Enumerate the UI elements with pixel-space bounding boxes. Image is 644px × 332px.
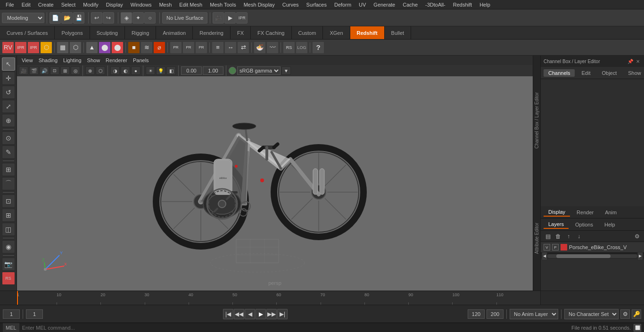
universal-tool-btn[interactable]: ⊕ — [2, 114, 15, 127]
rs-btn-4[interactable]: 🍜 — [254, 41, 266, 54]
rp-scrollbar[interactable]: ◀ ▶ — [541, 253, 644, 259]
vp-snap-btn[interactable]: ◎ — [71, 66, 80, 75]
shelf-btn-12[interactable]: ⌀ — [153, 41, 165, 54]
menu-deform[interactable]: Deform — [330, 0, 355, 9]
shelf-btn-5[interactable]: ▦ — [57, 41, 69, 54]
snap-to-grid-btn[interactable]: ⊞ — [2, 163, 15, 176]
play-forward-btn[interactable]: ▶ — [256, 309, 266, 319]
render-btn[interactable]: ▶ — [224, 12, 236, 24]
rp-tab-edit[interactable]: Edit — [577, 69, 595, 77]
layer-visibility-v[interactable]: V — [544, 244, 550, 251]
paint-btn[interactable]: ✎ — [2, 146, 15, 159]
viewport[interactable]: View Shading Lighting Show Renderer Pane… — [17, 56, 533, 291]
shelf-btn-6[interactable]: ⬡ — [69, 41, 82, 54]
rp-close-btn[interactable]: ✕ — [635, 58, 641, 65]
help-btn[interactable]: ? — [312, 41, 324, 54]
menu-generate[interactable]: Generate — [370, 0, 399, 9]
menu-mesh-tools[interactable]: Mesh Tools — [206, 0, 239, 9]
prev-keyframe-btn[interactable]: ◀◀ — [234, 309, 244, 319]
rp-scroll-thumb[interactable] — [556, 254, 611, 258]
no-live-surface-btn[interactable]: No Live Surface — [162, 12, 207, 24]
panels-menu[interactable]: Panels — [131, 57, 151, 63]
soft-select-btn[interactable]: ○ — [144, 12, 156, 24]
rp-pin-btn[interactable]: 📌 — [627, 58, 634, 65]
move-tool-btn[interactable]: ✛ — [2, 72, 15, 85]
mode-dropdown[interactable]: Modeling — [2, 13, 44, 23]
script-mode-indicator[interactable]: MEL — [3, 323, 19, 332]
tab-fx-caching[interactable]: FX Caching — [251, 26, 291, 39]
rp-tab-channels[interactable]: Channels — [544, 69, 575, 77]
char-set-add-btn[interactable]: ⚙ — [620, 309, 630, 319]
vp-color-btn[interactable] — [229, 67, 236, 74]
vp-grid-btn[interactable]: ⊞ — [60, 66, 70, 75]
rp-options-tab[interactable]: Options — [570, 221, 598, 228]
rotate-tool-btn[interactable]: ↺ — [2, 86, 15, 99]
rs-btn-5[interactable]: 〰 — [266, 41, 279, 54]
tab-curves-surfaces[interactable]: Curves / Surfaces — [0, 26, 55, 39]
layer-color-swatch[interactable] — [561, 244, 567, 251]
vp-extra-btn[interactable]: ▼ — [281, 66, 291, 75]
menu-edit-mesh[interactable]: Edit Mesh — [175, 0, 206, 9]
menu-mesh-display[interactable]: Mesh Display — [240, 0, 279, 9]
rp-tab-show[interactable]: Show — [623, 69, 644, 77]
shelf-btn-8[interactable]: ⬤ — [99, 41, 111, 54]
layer-add-btn[interactable]: ▤ — [544, 232, 552, 241]
tab-rendering[interactable]: Rendering — [193, 26, 231, 39]
attribute-editor-tab[interactable]: Attribute Editor — [533, 219, 540, 258]
tab-custom[interactable]: Custom — [292, 26, 323, 39]
select-mode-btn[interactable]: ◈ — [121, 12, 132, 24]
shelf-btn-3[interactable]: IPR — [27, 41, 40, 54]
lasso-tool-btn[interactable]: ⊙ — [2, 131, 15, 145]
tab-rigging[interactable]: Rigging — [125, 26, 156, 39]
current-frame-input[interactable] — [3, 309, 20, 319]
rp-render-tab[interactable]: Render — [572, 209, 598, 216]
new-button[interactable]: 📄 — [50, 12, 61, 24]
display-btn-1[interactable]: ⊡ — [2, 194, 15, 208]
vp-select-mask-btn[interactable]: ⊕ — [85, 66, 95, 75]
vp-shade3-btn[interactable]: ● — [131, 66, 140, 75]
rp-anim-tab[interactable]: Anim — [600, 209, 621, 216]
start-frame-input[interactable] — [26, 309, 43, 319]
rp-scroll-left[interactable]: ◀ — [542, 252, 547, 260]
vp-poly-btn[interactable]: ⬡ — [96, 66, 105, 75]
menu-file[interactable]: File — [2, 0, 18, 9]
tab-polygons[interactable]: Polygons — [55, 26, 90, 39]
rp-scroll-track[interactable] — [547, 254, 637, 258]
vp-light2-btn[interactable]: 💡 — [156, 66, 165, 75]
layer-visibility-p[interactable]: P — [552, 244, 559, 251]
undo-button[interactable]: ↩ — [91, 12, 102, 24]
select-tool-btn[interactable]: ↖ — [2, 57, 15, 71]
layer-del-btn[interactable]: 🗑 — [554, 232, 562, 241]
paint-select-btn[interactable]: ✦ — [132, 12, 144, 24]
menu-curves[interactable]: Curves — [279, 0, 303, 9]
command-input[interactable] — [22, 325, 569, 331]
rs-btn-7[interactable]: LOG — [296, 41, 308, 54]
coord-y-input[interactable] — [203, 66, 223, 75]
tab-redshift[interactable]: Redshift — [350, 26, 385, 39]
layer-down-btn[interactable]: ↓ — [575, 232, 583, 241]
layer-up-btn[interactable]: ↑ — [564, 232, 573, 241]
timeline-playhead[interactable] — [17, 291, 18, 305]
end-frame-input[interactable] — [468, 309, 485, 319]
camera-btn[interactable]: 🎥 — [213, 12, 224, 24]
scale-tool-btn[interactable]: ⤢ — [2, 100, 15, 113]
tab-bullet[interactable]: Bullet — [385, 26, 412, 39]
menu-edit[interactable]: Edit — [18, 0, 34, 9]
ipr-btn[interactable]: IPR — [236, 12, 248, 24]
menu-modify[interactable]: Modify — [79, 0, 102, 9]
range-end-input[interactable] — [487, 309, 504, 319]
char-set-dropdown[interactable]: No Character Set — [564, 309, 619, 319]
show-menu[interactable]: Show — [85, 57, 102, 63]
rs-btn-2[interactable]: ↔ — [224, 41, 237, 54]
vp-light1-btn[interactable]: ☀ — [146, 66, 155, 75]
pr-btn-1[interactable]: PR — [170, 41, 182, 54]
menu-windows[interactable]: Windows — [127, 0, 156, 9]
rs-btn-6[interactable]: RS — [283, 41, 295, 54]
menu-3dtall[interactable]: -3DtoAll- — [421, 0, 449, 9]
shelf-btn-11[interactable]: ≋ — [140, 41, 153, 54]
console-btn[interactable]: ⬜ — [634, 324, 641, 332]
menu-uv[interactable]: UV — [355, 0, 370, 9]
menu-help[interactable]: Help — [476, 0, 494, 9]
renderer-menu[interactable]: Renderer — [104, 57, 129, 63]
shelf-btn-1[interactable]: RV — [2, 41, 14, 54]
